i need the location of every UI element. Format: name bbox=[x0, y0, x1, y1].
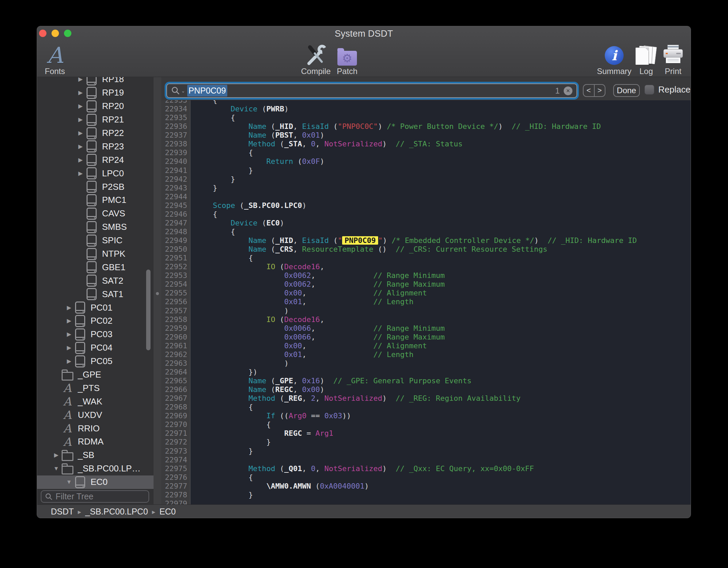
sidebar-item-rp18[interactable]: ▶ RP18 bbox=[37, 77, 154, 86]
compile-button[interactable]: Compile bbox=[297, 43, 334, 76]
sidebar-item-sb[interactable]: ▶ _SB bbox=[37, 449, 154, 462]
sidebar-item-pc02[interactable]: ▶ PC02 bbox=[37, 314, 154, 328]
code-line[interactable]: ) bbox=[195, 307, 691, 315]
sidebar-item-rp20[interactable]: ▶ RP20 bbox=[37, 100, 154, 113]
code-line[interactable]: Device (PWRB) bbox=[195, 105, 691, 113]
summary-button[interactable]: i Summary bbox=[594, 43, 634, 76]
code-editor[interactable]: 2293322934229352293622937229382293922940… bbox=[161, 100, 691, 504]
splitter-handle-icon[interactable] bbox=[156, 292, 159, 295]
sidebar-item-gpe[interactable]: _GPE bbox=[37, 368, 154, 382]
code-line[interactable]: } bbox=[195, 447, 691, 456]
disclosure-triangle-icon[interactable]: ▶ bbox=[64, 331, 74, 337]
fonts-button[interactable]: A Fonts bbox=[40, 43, 69, 76]
sidebar-item-p2sb[interactable]: P2SB bbox=[37, 180, 154, 193]
done-button[interactable]: Done bbox=[613, 84, 640, 97]
code-line[interactable]: Name (_HID, EisaId ("PNP0C09") /* Embedd… bbox=[195, 236, 691, 245]
sidebar-item-pc03[interactable]: ▶ PC03 bbox=[37, 328, 154, 341]
disclosure-triangle-icon[interactable]: ▼ bbox=[51, 466, 61, 471]
sidebar-item-lpc0[interactable]: ▶ LPC0 bbox=[37, 167, 154, 180]
sidebar-item-cavs[interactable]: CAVS bbox=[37, 207, 154, 220]
code-line[interactable]: 0x01, // Length bbox=[195, 297, 691, 306]
code-line[interactable]: Device (EC0) bbox=[195, 219, 691, 227]
sidebar-item-ntpk[interactable]: NTPK bbox=[37, 247, 154, 261]
sidebar-item-rp24[interactable]: ▶ RP24 bbox=[37, 153, 154, 167]
code-line[interactable]: Method (_STA, 0, NotSerialized) // _STA:… bbox=[195, 140, 691, 148]
code-line[interactable] bbox=[195, 456, 691, 464]
sidebar-item-pmc1[interactable]: PMC1 bbox=[37, 193, 154, 207]
code-line[interactable]: IO (Decode16, bbox=[195, 315, 691, 324]
sidebar-item-pc01[interactable]: ▶ PC01 bbox=[37, 301, 154, 314]
code-line[interactable]: 0x01, // Length bbox=[195, 350, 691, 359]
code-line[interactable]: Name (_HID, EisaId ("PNP0C0C") /* Power … bbox=[195, 122, 691, 131]
code-line[interactable]: Name (_GPE, 0x16) // _GPE: General Purpo… bbox=[195, 377, 691, 385]
code-line[interactable]: } bbox=[195, 166, 691, 175]
code-line[interactable]: 0x0062, // Range Maximum bbox=[195, 280, 691, 289]
code-line[interactable]: Method (_REG, 2, NotSerialized) // _REG:… bbox=[195, 394, 691, 403]
disclosure-triangle-icon[interactable]: ▶ bbox=[75, 103, 86, 109]
code-line[interactable]: } bbox=[195, 438, 691, 447]
code-line[interactable]: Name (REGC, 0x00) bbox=[195, 385, 691, 394]
find-next-button[interactable]: > bbox=[595, 85, 605, 96]
code-line[interactable]: ) bbox=[195, 359, 691, 368]
breadcrumb-item[interactable]: DSDT bbox=[51, 507, 74, 517]
code-line[interactable]: 0x00, // Alignment bbox=[195, 289, 691, 297]
code-line[interactable]: } bbox=[195, 175, 691, 184]
code-line[interactable]: IO (Decode16, bbox=[195, 262, 691, 271]
pane-splitter[interactable] bbox=[154, 77, 161, 504]
disclosure-triangle-icon[interactable]: ▶ bbox=[75, 90, 86, 96]
search-menu-icon[interactable]: ⌄ bbox=[171, 86, 185, 96]
disclosure-triangle-icon[interactable]: ▶ bbox=[75, 130, 86, 136]
code-line[interactable]: Name (_CRS, ResourceTemplate () // _CRS:… bbox=[195, 245, 691, 254]
code-line[interactable]: 0x0066, // Range Maximum bbox=[195, 333, 691, 342]
code-line[interactable]: REGC = Arg1 bbox=[195, 429, 691, 438]
code-line[interactable]: If ((Arg0 == 0x03)) bbox=[195, 412, 691, 420]
code-area[interactable]: { Device (PWRB) { Name (_HID, EisaId ("P… bbox=[191, 100, 691, 504]
patch-button[interactable]: ⚙ Patch bbox=[332, 43, 362, 76]
code-line[interactable]: Name (PBST, 0x01) bbox=[195, 131, 691, 140]
replace-checkbox[interactable] bbox=[644, 85, 654, 95]
sidebar-item-wak[interactable]: A _WAK bbox=[37, 395, 154, 408]
clear-search-icon[interactable]: ✕ bbox=[564, 86, 572, 95]
sidebar-item-pc05[interactable]: ▶ PC05 bbox=[37, 355, 154, 368]
breadcrumb-item[interactable]: _SB.PC00.LPC0 bbox=[85, 507, 148, 517]
sidebar-item-spic[interactable]: SPIC bbox=[37, 234, 154, 247]
code-line[interactable]: { bbox=[195, 100, 691, 105]
search-input[interactable]: ⌄ PNP0C09 1 ✕ bbox=[166, 83, 577, 98]
disclosure-triangle-icon[interactable]: ▶ bbox=[64, 345, 74, 351]
code-line[interactable]: 0x0062, // Range Minimum bbox=[195, 271, 691, 280]
sidebar-item-sbpc00lp[interactable]: ▼ _SB.PC00.LP… bbox=[37, 462, 154, 475]
disclosure-triangle-icon[interactable]: ▶ bbox=[64, 358, 74, 364]
disclosure-triangle-icon[interactable]: ▶ bbox=[75, 77, 86, 82]
breadcrumb-item[interactable]: EC0 bbox=[159, 507, 176, 517]
disclosure-triangle-icon[interactable]: ▶ bbox=[75, 144, 86, 149]
find-previous-button[interactable]: < bbox=[584, 85, 595, 96]
code-line[interactable]: }) bbox=[195, 368, 691, 377]
sidebar-item-rp23[interactable]: ▶ RP23 bbox=[37, 140, 154, 153]
code-line[interactable]: { bbox=[195, 403, 691, 412]
sidebar-item-rrio[interactable]: A RRIO bbox=[37, 422, 154, 435]
disclosure-triangle-icon[interactable]: ▶ bbox=[64, 305, 74, 311]
code-line[interactable]: 0x0066, // Range Minimum bbox=[195, 324, 691, 333]
sidebar-item-rp22[interactable]: ▶ RP22 bbox=[37, 127, 154, 140]
code-line[interactable]: } bbox=[195, 184, 691, 192]
sidebar-item-sat1[interactable]: SAT1 bbox=[37, 287, 154, 301]
code-line[interactable]: \AMW0.AMWN (0xA0040001) bbox=[195, 482, 691, 491]
code-line[interactable]: { bbox=[195, 227, 691, 236]
sidebar-item-pc04[interactable]: ▶ PC04 bbox=[37, 341, 154, 355]
code-line[interactable]: } bbox=[195, 491, 691, 499]
sidebar-item-rp21[interactable]: ▶ RP21 bbox=[37, 113, 154, 127]
disclosure-triangle-icon[interactable]: ▶ bbox=[75, 157, 86, 163]
code-line[interactable] bbox=[195, 499, 691, 504]
disclosure-triangle-icon[interactable]: ▶ bbox=[75, 171, 86, 176]
code-line[interactable] bbox=[195, 192, 691, 201]
code-line[interactable]: { bbox=[195, 420, 691, 429]
code-line[interactable]: 0x00, // Alignment bbox=[195, 342, 691, 350]
code-line[interactable]: { bbox=[195, 473, 691, 482]
sidebar-item-sat2[interactable]: SAT2 bbox=[37, 274, 154, 287]
disclosure-triangle-icon[interactable]: ▶ bbox=[51, 452, 61, 458]
code-line[interactable]: Return (0x0F) bbox=[195, 157, 691, 166]
sidebar-scrollbar-thumb[interactable] bbox=[146, 270, 151, 350]
sidebar-item-rp19[interactable]: ▶ RP19 bbox=[37, 86, 154, 100]
code-line[interactable]: { bbox=[195, 113, 691, 122]
disclosure-triangle-icon[interactable]: ▶ bbox=[64, 318, 74, 324]
